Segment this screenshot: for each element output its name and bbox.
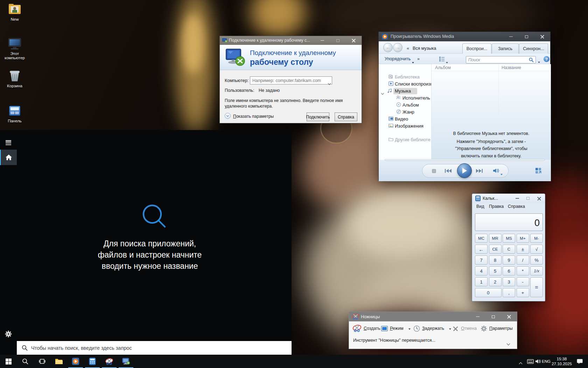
calc-key-percent[interactable]: %	[530, 255, 543, 265]
rdp-minimize-button[interactable]	[314, 36, 330, 45]
calc-key-multiply[interactable]: *	[517, 266, 529, 275]
start-search-input[interactable]	[31, 345, 276, 351]
menu-edit[interactable]: Правка	[489, 204, 504, 209]
stop-icon[interactable]	[432, 169, 436, 173]
action-center-icon[interactable]	[577, 359, 583, 364]
volume-icon[interactable]	[493, 168, 499, 173]
column-header-title[interactable]: Название	[502, 65, 521, 70]
calc-key-mplus[interactable]: M+	[517, 234, 529, 243]
wmp-maximize-button[interactable]	[519, 32, 534, 41]
desktop-icon-this-pc[interactable]: Этот компьютер	[2, 37, 27, 60]
rdp-computer-combobox[interactable]	[250, 76, 332, 84]
rdp-connect-button[interactable]: Подключить	[307, 113, 329, 121]
tree-expander-icon[interactable]	[382, 89, 384, 96]
calc-key-3[interactable]: 3	[503, 277, 515, 286]
calc-key-0[interactable]: 0	[475, 288, 502, 297]
snip-options-button[interactable]: Параметры	[481, 321, 513, 335]
snip-close-button[interactable]	[501, 312, 517, 321]
wmp-minimize-button[interactable]	[503, 32, 519, 41]
calc-key-8[interactable]: 8	[489, 255, 502, 265]
rdp-titlebar[interactable]: Подключение к удаленному рабочему с...	[220, 36, 362, 45]
calc-key-4[interactable]: 4	[475, 266, 488, 275]
search-options-chevron-icon[interactable]	[538, 58, 540, 64]
start-menu-button[interactable]	[0, 133, 17, 148]
column-header-album[interactable]: Альбом	[435, 65, 451, 70]
snip-delay-button[interactable]: Задержать	[413, 321, 451, 335]
taskbar-search-button[interactable]	[17, 355, 34, 368]
tray-hidden-icons-chevron[interactable]	[519, 360, 522, 367]
calc-key-subtract[interactable]: -	[517, 277, 529, 286]
toolbar-overflow[interactable]: »	[417, 56, 420, 61]
calc-key-mminus[interactable]: M-	[530, 234, 543, 243]
menu-help[interactable]: Справка	[508, 204, 525, 209]
sidebar-item-artist[interactable]: Исполнитель	[402, 95, 430, 102]
calc-key-9[interactable]: 9	[503, 255, 515, 265]
calc-key-reciprocal[interactable]: 1/x	[530, 266, 543, 275]
start-search-bar[interactable]	[17, 341, 292, 355]
snip-titlebar[interactable]: Ножницы	[349, 312, 517, 321]
rdp-maximize-button[interactable]	[330, 36, 346, 45]
snip-mode-button[interactable]: Режим	[381, 321, 411, 335]
snip-maximize-button[interactable]	[485, 312, 501, 321]
tab-play[interactable]: Воспрои...	[462, 43, 491, 54]
calc-close-button[interactable]	[533, 194, 545, 203]
volume-tray-icon[interactable]	[535, 359, 541, 364]
sidebar-item-video[interactable]: Видео	[395, 116, 408, 123]
previous-icon[interactable]	[444, 168, 452, 173]
rdp-help-button[interactable]: Справка	[335, 113, 357, 121]
tab-sync[interactable]: Синхрон...	[519, 43, 548, 54]
organize-menu[interactable]: Упорядочить	[385, 56, 411, 61]
rdp-show-options-link[interactable]: Показать параметры	[233, 114, 274, 119]
calc-key-sqrt[interactable]: √	[530, 245, 543, 254]
tray-clock[interactable]: 15:38 27.10.2025	[550, 356, 573, 366]
wmp-titlebar[interactable]: Проигрыватель Windows Media	[379, 32, 550, 41]
sidebar-item-music[interactable]: Музыка	[395, 88, 411, 95]
calc-key-equals[interactable]: =	[530, 277, 543, 297]
calc-key-divide[interactable]: /	[517, 255, 529, 265]
rdp-close-button[interactable]	[346, 36, 362, 45]
taskbar-snipping-tool[interactable]	[101, 355, 118, 368]
play-button[interactable]	[457, 163, 472, 178]
view-options-icon[interactable]	[439, 57, 444, 61]
tray-language[interactable]: ENG	[542, 359, 551, 363]
taskbar-rdp[interactable]	[118, 355, 134, 368]
calc-key-add[interactable]: +	[517, 288, 529, 297]
start-settings-button[interactable]	[0, 326, 17, 342]
snip-cancel-button[interactable]: Отмена	[454, 321, 477, 335]
calc-key-ce[interactable]: CE	[489, 245, 502, 254]
calc-key-ms[interactable]: MS	[503, 234, 515, 243]
snip-minimize-button[interactable]	[470, 312, 485, 321]
forward-icon[interactable]: →	[393, 43, 402, 52]
calc-key-c[interactable]: C	[503, 245, 515, 254]
volume-chevron-icon[interactable]	[500, 170, 503, 177]
snip-status-chevron-icon[interactable]	[507, 340, 510, 346]
desktop-icon-recycle-bin[interactable]: Корзина	[2, 69, 27, 88]
wmp-close-button[interactable]	[534, 32, 550, 41]
desktop-icon-new[interactable]: New	[2, 3, 27, 21]
calc-key-6[interactable]: 6	[503, 266, 515, 275]
taskbar-file-explorer[interactable]	[50, 355, 67, 368]
taskbar-calculator[interactable]	[84, 355, 101, 368]
seek-bar[interactable]	[385, 159, 545, 161]
task-view-button[interactable]	[34, 355, 50, 368]
sidebar-item-playlists[interactable]: Списки воспроизве	[395, 81, 431, 88]
chevron-down-icon[interactable]	[328, 80, 330, 86]
desktop-icon-panel[interactable]: Панель	[2, 104, 27, 123]
calculator-titlebar[interactable]: Кальк...	[472, 194, 545, 203]
wmp-search-box[interactable]	[466, 56, 536, 63]
search-icon[interactable]	[529, 57, 534, 62]
sidebar-item-genre[interactable]: Жанр	[402, 109, 414, 116]
snip-create-button[interactable]: Создать	[352, 321, 380, 335]
calc-key-mr[interactable]: MR	[489, 234, 502, 243]
wmp-search-input[interactable]	[468, 57, 524, 63]
next-icon[interactable]	[475, 168, 483, 173]
taskbar-wmp[interactable]	[67, 355, 84, 368]
switch-to-now-playing-icon[interactable]	[535, 168, 541, 174]
calc-key-1[interactable]: 1	[475, 277, 488, 286]
calc-key-2[interactable]: 2	[489, 277, 502, 286]
show-options-chevron-icon[interactable]	[225, 113, 231, 119]
calc-maximize-button[interactable]	[523, 194, 533, 203]
breadcrumb-back-glyph[interactable]: «	[407, 46, 409, 51]
start-button[interactable]	[0, 355, 17, 368]
menu-view[interactable]: Вид	[476, 204, 484, 209]
